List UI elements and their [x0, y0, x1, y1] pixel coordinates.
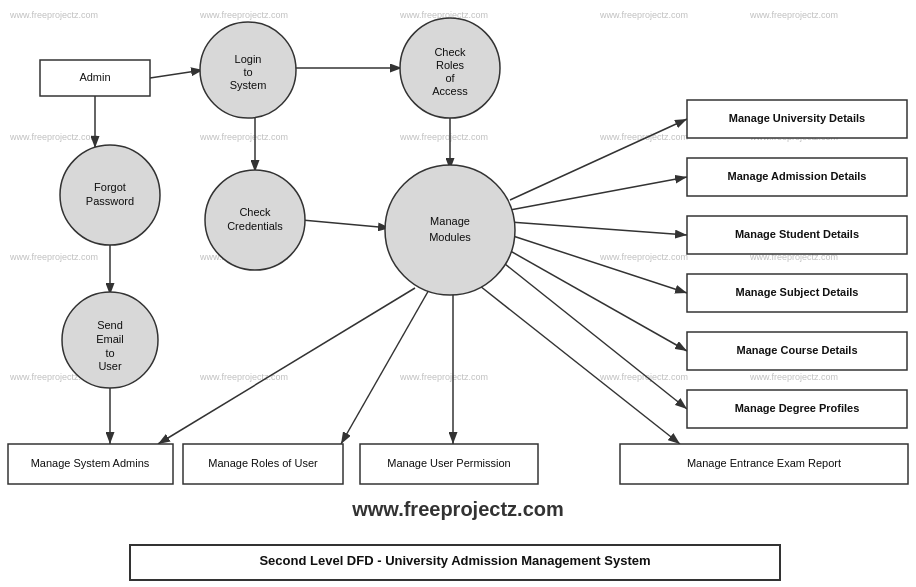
- watermark-14: www.freeprojectz.com: [599, 252, 688, 262]
- watermark-1: www.freeprojectz.com: [9, 10, 98, 20]
- check-roles-label-1: Check: [434, 46, 466, 58]
- diagram-svg: www.freeprojectz.com www.freeprojectz.co…: [0, 0, 916, 587]
- manage-roles-label: Manage Roles of User: [208, 457, 318, 469]
- watermark-11: www.freeprojectz.com: [9, 252, 98, 262]
- manage-sys-admins-label: Manage System Admins: [31, 457, 150, 469]
- manage-admiss-label: Manage Admission Details: [728, 170, 867, 182]
- watermark-5: www.freeprojectz.com: [749, 10, 838, 20]
- arrow-manage-subject: [510, 235, 687, 293]
- manage-course-label: Manage Course Details: [736, 344, 857, 356]
- login-label-2: to: [243, 66, 252, 78]
- forgot-label-2: Password: [86, 195, 134, 207]
- admin-label: Admin: [79, 71, 110, 83]
- check-roles-label-3: of: [445, 72, 455, 84]
- arrow-manage-student: [510, 222, 687, 235]
- manage-student-label: Manage Student Details: [735, 228, 859, 240]
- send-email-label-2: Email: [96, 333, 124, 345]
- send-email-label-1: Send: [97, 319, 123, 331]
- watermark-9: www.freeprojectz.com: [599, 132, 688, 142]
- watermark-6: www.freeprojectz.com: [9, 132, 98, 142]
- send-email-label-3: to: [105, 347, 114, 359]
- manage-modules-label-2: Modules: [429, 231, 471, 243]
- watermark-8: www.freeprojectz.com: [399, 132, 488, 142]
- watermark-2: www.freeprojectz.com: [199, 10, 288, 20]
- title-label: Second Level DFD - University Admission …: [259, 553, 650, 568]
- arrow-manage-univ: [510, 119, 687, 200]
- check-cred-label-1: Check: [239, 206, 271, 218]
- manage-entrance-label: Manage Entrance Exam Report: [687, 457, 841, 469]
- login-label-3: System: [230, 79, 267, 91]
- arrow-admin-login: [150, 70, 203, 78]
- manage-subject-label: Manage Subject Details: [736, 286, 859, 298]
- website-label: www.freeprojectz.com: [351, 498, 564, 520]
- manage-univ-label: Manage University Details: [729, 112, 865, 124]
- arrow-manage-sysadmin: [158, 288, 415, 444]
- login-label-1: Login: [235, 53, 262, 65]
- forgot-label-1: Forgot: [94, 181, 126, 193]
- watermark-20: www.freeprojectz.com: [749, 372, 838, 382]
- manage-modules-label-1: Manage: [430, 215, 470, 227]
- send-email-label-4: User: [98, 360, 122, 372]
- arrow-manage-admiss: [510, 177, 687, 210]
- manage-user-perm-label: Manage User Permission: [387, 457, 511, 469]
- check-roles-label-2: Roles: [436, 59, 465, 71]
- arrow-checkcred-manage: [302, 220, 390, 228]
- arrow-manage-entrance: [480, 286, 680, 444]
- watermark-4: www.freeprojectz.com: [599, 10, 688, 20]
- diagram-container: www.freeprojectz.com www.freeprojectz.co…: [0, 0, 916, 587]
- manage-degree-label: Manage Degree Profiles: [735, 402, 860, 414]
- watermark-18: www.freeprojectz.com: [399, 372, 488, 382]
- watermark-7: www.freeprojectz.com: [199, 132, 288, 142]
- arrow-manage-roles: [341, 288, 430, 444]
- check-cred-label-2: Credentials: [227, 220, 283, 232]
- check-roles-label-4: Access: [432, 85, 468, 97]
